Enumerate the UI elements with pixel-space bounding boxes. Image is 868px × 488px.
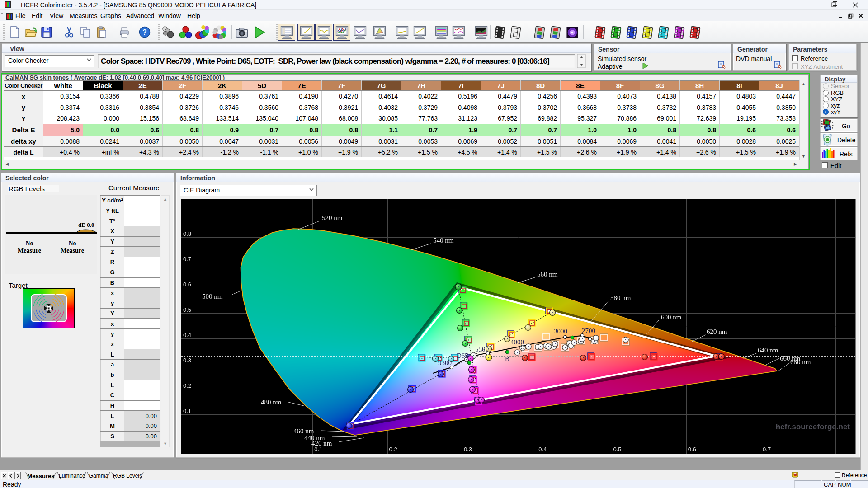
svg-text:?: ? xyxy=(142,28,147,36)
